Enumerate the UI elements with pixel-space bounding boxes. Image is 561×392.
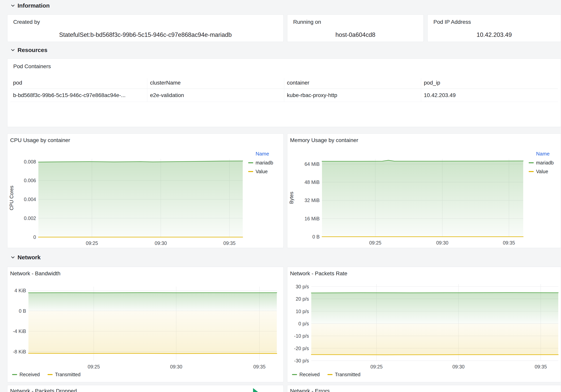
legend-label: mariadb <box>536 160 554 166</box>
network-errors-panel: Network - Errors <box>287 385 561 392</box>
pod-containers-table: pod clusterName container pod_ip b-bd568… <box>10 78 558 102</box>
stat-panel-running-on: Running on host-0a604cd8 <box>287 14 424 42</box>
y-axis-label: CPU Cores <box>9 186 14 210</box>
legend-item-mariadb[interactable]: mariadb <box>529 160 554 166</box>
chart-svg[interactable]: 0 B16 MiB32 MiB48 MiB64 MiB09:2509:3009:… <box>287 134 561 248</box>
y-tick-label: 0.004 <box>24 196 36 202</box>
y-tick-label: 32 MiB <box>304 197 320 203</box>
cell-container: kube-rbac-proxy-http <box>284 89 421 102</box>
x-tick-label: 09:35 <box>253 364 266 370</box>
legend-label: Transmitted <box>335 372 360 377</box>
cpu-usage-chart[interactable]: 00.0020.0040.0060.00809:2509:3009:35CPU … <box>7 134 283 248</box>
legend-item-received[interactable]: Received <box>292 372 320 377</box>
panel-title[interactable]: Pod Containers <box>13 63 51 70</box>
legend: NamemariadbValue <box>529 151 554 174</box>
section-header-resources[interactable]: Resources <box>10 47 47 53</box>
x-tick-label: 09:30 <box>155 240 167 246</box>
series-line-Received <box>311 293 558 293</box>
x-tick-label: 09:25 <box>369 240 381 245</box>
series-area-Received <box>28 293 277 311</box>
legend-swatch <box>327 374 333 375</box>
y-tick-label: -8 KiB <box>13 349 26 354</box>
legend-swatch <box>12 374 17 375</box>
x-tick-label: 09:25 <box>86 240 98 246</box>
network-packets-rate-chart[interactable]: 30 p/s20 p/s10 p/s0 p/s-10 p/s-20 p/s-30… <box>287 267 561 382</box>
legend-header[interactable]: Name <box>256 151 273 157</box>
column-header-pod[interactable]: pod <box>10 78 147 89</box>
series-line-Transmitted <box>28 353 277 354</box>
series-area-Received <box>311 293 558 324</box>
legend-item-received[interactable]: Received <box>12 372 40 377</box>
stat-title: Created by <box>13 19 40 25</box>
legend-item-value[interactable]: Value <box>529 169 554 174</box>
stat-panel-pod-ip: Pod IP Address 10.42.203.49 <box>427 14 561 42</box>
x-tick-label: 09:30 <box>170 364 182 370</box>
y-tick-label: 20 p/s <box>296 296 309 302</box>
legend-header[interactable]: Name <box>536 151 554 157</box>
stat-value: StatefulSet:b-bd568f3c-99b6-5c15-946c-c9… <box>7 31 283 38</box>
dashboard: Information Created by StatefulSet:b-bd5… <box>0 0 561 392</box>
legend-label: Received <box>299 372 320 377</box>
legend-swatch <box>248 162 253 163</box>
y-tick-label: 0.006 <box>24 178 36 183</box>
legend-label: Value <box>256 169 268 174</box>
network-packets-rate-panel: Network - Packets Rate 30 p/s20 p/s10 p/… <box>287 267 561 382</box>
legend-swatch <box>292 374 297 375</box>
chevron-down-icon <box>10 47 16 53</box>
y-tick-label: 0 p/s <box>298 321 309 326</box>
y-tick-label: -10 p/s <box>294 333 309 339</box>
corner-indicator <box>253 388 258 392</box>
y-tick-label: 0.002 <box>24 216 36 221</box>
section-label: Resources <box>18 47 47 53</box>
column-header-clustername[interactable]: clusterName <box>147 78 284 89</box>
section-label: Network <box>18 254 41 261</box>
x-tick-label: 09:25 <box>88 364 100 370</box>
legend-item-value[interactable]: Value <box>248 169 273 174</box>
stat-title: Pod IP Address <box>433 19 471 25</box>
table-header-row: pod clusterName container pod_ip <box>10 78 558 89</box>
legend-item-mariadb[interactable]: mariadb <box>248 160 273 166</box>
memory-usage-chart[interactable]: 0 B16 MiB32 MiB48 MiB64 MiB09:2509:3009:… <box>287 134 561 248</box>
legend-item-transmitted[interactable]: Transmitted <box>327 372 360 377</box>
y-tick-label: 64 MiB <box>304 161 320 167</box>
table-row: b-bd568f3c-99b6-5c15-946c-c97e868ac94e-.… <box>10 89 558 102</box>
y-tick-label: -20 p/s <box>294 346 309 351</box>
chart-svg[interactable]: 00.0020.0040.0060.00809:2509:3009:35CPU … <box>7 134 283 248</box>
panel-title[interactable]: Network - Packets Dropped <box>10 388 77 392</box>
chart-svg[interactable]: 30 p/s20 p/s10 p/s0 p/s-10 p/s-20 p/s-30… <box>287 267 561 382</box>
network-bandwidth-chart[interactable]: 4 KiB0 B-4 KiB-8 KiB09:2509:3009:35 <box>7 267 283 382</box>
legend-swatch <box>48 374 53 375</box>
legend-swatch <box>248 171 253 172</box>
column-header-pod-ip[interactable]: pod_ip <box>421 78 558 89</box>
legend-label: Transmitted <box>55 372 80 377</box>
panel-title[interactable]: Network - Errors <box>290 388 330 392</box>
y-tick-label: -4 KiB <box>13 328 26 334</box>
legend-swatch <box>529 171 534 172</box>
stat-value: 10.42.203.49 <box>428 31 561 38</box>
y-tick-label: 48 MiB <box>304 179 320 185</box>
x-tick-label: 09:35 <box>223 240 236 246</box>
series-area-Transmitted <box>311 324 558 355</box>
x-tick-label: 09:30 <box>452 364 464 370</box>
stat-panel-created-by: Created by StatefulSet:b-bd568f3c-99b6-5… <box>7 14 284 42</box>
legend-label: mariadb <box>256 160 273 166</box>
y-tick-label: 4 KiB <box>14 288 26 293</box>
y-axis-label: Bytes <box>289 192 294 204</box>
column-header-container[interactable]: container <box>284 78 421 89</box>
series-area-mariadb <box>38 161 243 237</box>
y-tick-label: 0.008 <box>24 159 36 164</box>
series-line-Received <box>28 293 277 293</box>
stat-value: host-0a604cd8 <box>287 31 423 38</box>
section-header-information[interactable]: Information <box>10 2 50 9</box>
section-header-network[interactable]: Network <box>10 254 41 261</box>
chart-svg[interactable]: 4 KiB0 B-4 KiB-8 KiB09:2509:3009:35 <box>7 267 283 382</box>
series-area-mariadb <box>322 160 523 237</box>
pod-containers-panel: Pod Containers pod clusterName container… <box>7 58 561 127</box>
legend-item-transmitted[interactable]: Transmitted <box>48 372 80 377</box>
legend-label: Received <box>20 372 40 377</box>
series-line-Transmitted <box>311 355 558 355</box>
legend-swatch <box>529 162 534 163</box>
cell-pod-ip: 10.42.203.49 <box>421 89 558 102</box>
y-tick-label: 0 <box>33 234 36 240</box>
y-tick-label: 0 B <box>19 308 26 314</box>
